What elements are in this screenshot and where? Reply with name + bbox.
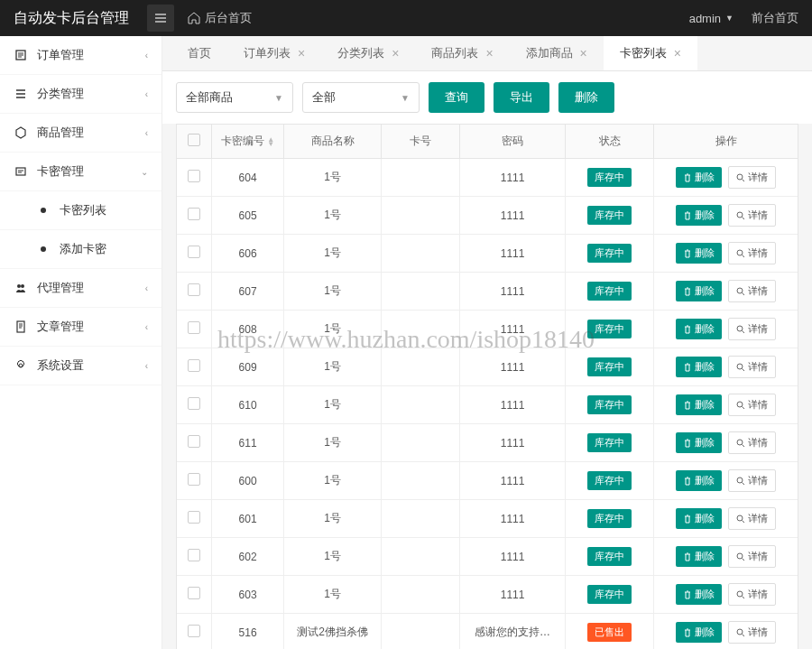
- row-checkbox[interactable]: [188, 549, 200, 561]
- sidebar-item-8[interactable]: 系统设置‹: [0, 347, 161, 385]
- row-checkbox[interactable]: [188, 435, 200, 448]
- row-checkbox[interactable]: [188, 246, 200, 258]
- svg-point-17: [737, 591, 743, 597]
- delete-button[interactable]: 删除: [558, 82, 614, 113]
- row-checkbox[interactable]: [188, 625, 200, 637]
- query-button[interactable]: 查询: [429, 82, 484, 113]
- sidebar-item-0[interactable]: 订单管理‹: [0, 36, 161, 75]
- row-delete-button[interactable]: 删除: [676, 622, 722, 643]
- close-icon[interactable]: ×: [674, 46, 681, 60]
- table-row: 604 1号 1111 库存中 删除 详情: [177, 159, 798, 197]
- row-delete-button[interactable]: 删除: [676, 205, 722, 226]
- export-button[interactable]: 导出: [494, 82, 549, 113]
- row-detail-button[interactable]: 详情: [728, 469, 776, 492]
- sidebar-item-5[interactable]: 添加卡密: [0, 230, 161, 269]
- sidebar-item-4[interactable]: 卡密列表: [0, 191, 161, 230]
- sidebar-item-2[interactable]: 商品管理‹: [0, 114, 161, 153]
- sidebar-item-6[interactable]: 代理管理‹: [0, 269, 161, 308]
- row-detail-button[interactable]: 详情: [728, 242, 776, 264]
- tab-4[interactable]: 添加商品×: [510, 36, 604, 70]
- row-delete-button[interactable]: 删除: [676, 167, 722, 188]
- svg-point-8: [737, 250, 743, 255]
- row-detail-button[interactable]: 详情: [728, 356, 776, 378]
- tab-0[interactable]: 首页: [171, 36, 227, 70]
- select-all-checkbox[interactable]: [188, 134, 200, 146]
- row-detail-button[interactable]: 详情: [728, 545, 776, 568]
- cell-name: 1号: [284, 462, 381, 500]
- sidebar-item-7[interactable]: 文章管理‹: [0, 308, 161, 347]
- close-icon[interactable]: ×: [485, 46, 493, 60]
- row-checkbox[interactable]: [188, 587, 200, 599]
- row-delete-button[interactable]: 删除: [676, 243, 722, 264]
- row-delete-button[interactable]: 删除: [676, 281, 722, 301]
- table-row: 603 1号 1111 库存中 删除 详情: [177, 576, 798, 614]
- product-filter-select[interactable]: 全部商品 ▼: [176, 82, 293, 113]
- status-badge: 库存中: [587, 395, 632, 414]
- row-delete-button[interactable]: 删除: [676, 508, 722, 529]
- row-checkbox[interactable]: [188, 170, 200, 182]
- row-detail-button[interactable]: 详情: [728, 621, 776, 644]
- close-icon[interactable]: ×: [392, 46, 399, 60]
- row-delete-button[interactable]: 删除: [676, 432, 722, 453]
- row-checkbox[interactable]: [188, 359, 200, 372]
- sidebar-label: 系统设置: [37, 357, 84, 374]
- row-delete-button[interactable]: 删除: [676, 394, 722, 415]
- chevron-down-icon: ▼: [401, 93, 410, 103]
- backend-home-link[interactable]: 后台首页: [188, 10, 252, 26]
- row-checkbox[interactable]: [188, 208, 200, 220]
- row-detail-button[interactable]: 详情: [728, 166, 776, 189]
- row-detail-button[interactable]: 详情: [728, 318, 776, 340]
- row-detail-button[interactable]: 详情: [728, 507, 776, 530]
- row-delete-button[interactable]: 删除: [676, 470, 722, 491]
- table-row: 600 1号 1111 库存中 删除 详情: [177, 462, 798, 500]
- menu-toggle-button[interactable]: [147, 5, 174, 32]
- status-badge: 已售出: [587, 623, 632, 642]
- tab-2[interactable]: 分类列表×: [321, 36, 415, 70]
- header-password: 密码: [460, 125, 566, 159]
- search-icon: [736, 363, 745, 372]
- row-checkbox[interactable]: [188, 397, 200, 410]
- sort-icon[interactable]: ▲▼: [267, 137, 274, 146]
- cell-card: [381, 576, 459, 614]
- row-delete-button[interactable]: 删除: [676, 584, 722, 605]
- frontend-link[interactable]: 前台首页: [752, 10, 798, 26]
- sidebar-item-1[interactable]: 分类管理‹: [0, 75, 161, 114]
- chevron-icon: ⌄: [141, 167, 148, 177]
- row-checkbox[interactable]: [188, 511, 200, 524]
- trash-icon: [683, 211, 692, 220]
- sidebar-label: 卡密管理: [37, 163, 84, 180]
- row-detail-button[interactable]: 详情: [728, 280, 776, 302]
- row-detail-button[interactable]: 详情: [728, 204, 776, 227]
- row-detail-button[interactable]: 详情: [728, 394, 776, 416]
- row-checkbox[interactable]: [188, 473, 200, 486]
- tab-5[interactable]: 卡密列表×: [604, 36, 697, 70]
- row-delete-button[interactable]: 删除: [676, 546, 722, 567]
- header: 自动发卡后台管理 后台首页 admin ▼ 前台首页: [0, 0, 812, 36]
- search-icon: [736, 439, 745, 448]
- cell-name: 1号: [284, 235, 381, 273]
- tab-3[interactable]: 商品列表×: [415, 36, 509, 70]
- cell-name: 1号: [284, 273, 381, 311]
- tab-1[interactable]: 订单列表×: [227, 36, 321, 70]
- status-badge: 库存中: [587, 585, 632, 604]
- cell-card: [381, 311, 459, 348]
- cell-name: 1号: [284, 576, 381, 614]
- row-detail-button[interactable]: 详情: [728, 431, 776, 454]
- status-badge: 库存中: [587, 168, 632, 187]
- close-icon[interactable]: ×: [580, 46, 587, 60]
- table-row: 605 1号 1111 库存中 删除 详情: [177, 197, 798, 235]
- svg-point-9: [737, 288, 743, 293]
- row-delete-button[interactable]: 删除: [676, 357, 722, 377]
- table-row: 602 1号 1111 库存中 删除 详情: [177, 538, 798, 576]
- status-filter-select[interactable]: 全部 ▼: [302, 82, 420, 113]
- row-checkbox[interactable]: [188, 283, 200, 296]
- close-icon[interactable]: ×: [298, 46, 305, 60]
- row-delete-button[interactable]: 删除: [676, 319, 722, 339]
- user-menu[interactable]: admin ▼: [689, 12, 734, 25]
- sidebar-item-3[interactable]: 卡密管理⌄: [0, 153, 161, 191]
- product-filter-value: 全部商品: [186, 89, 233, 106]
- cell-password: 1111: [460, 424, 566, 462]
- search-icon: [736, 628, 745, 637]
- row-checkbox[interactable]: [188, 321, 200, 334]
- row-detail-button[interactable]: 详情: [728, 583, 776, 606]
